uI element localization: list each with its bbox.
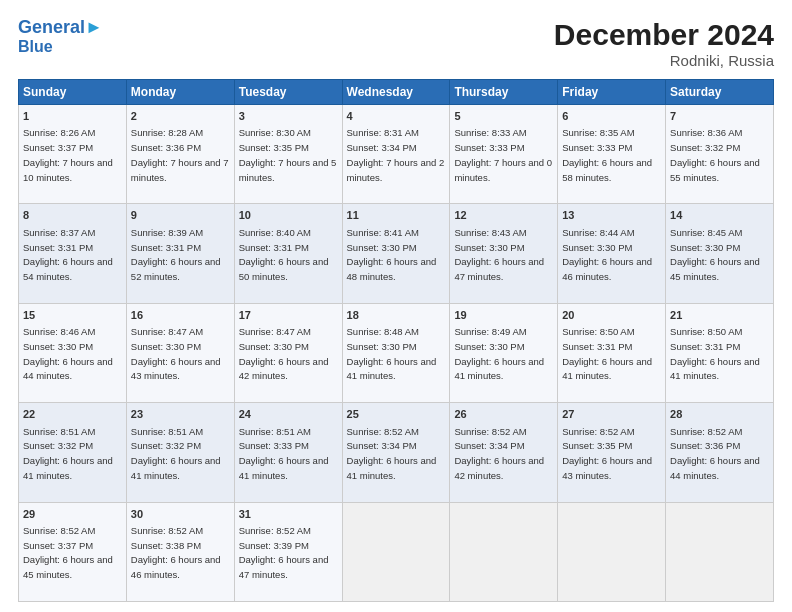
col-header-tuesday: Tuesday bbox=[234, 80, 342, 105]
day-detail: Sunrise: 8:28 AMSunset: 3:36 PMDaylight:… bbox=[131, 127, 229, 182]
calendar-subtitle: Rodniki, Russia bbox=[554, 52, 774, 69]
day-number: 30 bbox=[131, 507, 230, 522]
day-number: 6 bbox=[562, 109, 661, 124]
calendar-cell bbox=[342, 502, 450, 601]
calendar-cell: 8Sunrise: 8:37 AMSunset: 3:31 PMDaylight… bbox=[19, 204, 127, 303]
calendar-table: SundayMondayTuesdayWednesdayThursdayFrid… bbox=[18, 79, 774, 602]
col-header-saturday: Saturday bbox=[666, 80, 774, 105]
calendar-cell: 3Sunrise: 8:30 AMSunset: 3:35 PMDaylight… bbox=[234, 105, 342, 204]
day-number: 26 bbox=[454, 407, 553, 422]
calendar-cell: 29Sunrise: 8:52 AMSunset: 3:37 PMDayligh… bbox=[19, 502, 127, 601]
calendar-cell bbox=[666, 502, 774, 601]
day-detail: Sunrise: 8:45 AMSunset: 3:30 PMDaylight:… bbox=[670, 227, 760, 282]
calendar-cell: 1Sunrise: 8:26 AMSunset: 3:37 PMDaylight… bbox=[19, 105, 127, 204]
day-detail: Sunrise: 8:46 AMSunset: 3:30 PMDaylight:… bbox=[23, 326, 113, 381]
calendar-cell: 31Sunrise: 8:52 AMSunset: 3:39 PMDayligh… bbox=[234, 502, 342, 601]
day-detail: Sunrise: 8:43 AMSunset: 3:30 PMDaylight:… bbox=[454, 227, 544, 282]
day-number: 17 bbox=[239, 308, 338, 323]
calendar-cell: 28Sunrise: 8:52 AMSunset: 3:36 PMDayligh… bbox=[666, 403, 774, 502]
day-number: 8 bbox=[23, 208, 122, 223]
day-number: 15 bbox=[23, 308, 122, 323]
day-detail: Sunrise: 8:51 AMSunset: 3:33 PMDaylight:… bbox=[239, 426, 329, 481]
calendar-cell: 20Sunrise: 8:50 AMSunset: 3:31 PMDayligh… bbox=[558, 303, 666, 402]
calendar-cell: 18Sunrise: 8:48 AMSunset: 3:30 PMDayligh… bbox=[342, 303, 450, 402]
day-number: 5 bbox=[454, 109, 553, 124]
day-number: 22 bbox=[23, 407, 122, 422]
day-number: 11 bbox=[347, 208, 446, 223]
calendar-cell: 26Sunrise: 8:52 AMSunset: 3:34 PMDayligh… bbox=[450, 403, 558, 502]
calendar-title: December 2024 bbox=[554, 18, 774, 52]
day-number: 18 bbox=[347, 308, 446, 323]
calendar-cell: 19Sunrise: 8:49 AMSunset: 3:30 PMDayligh… bbox=[450, 303, 558, 402]
calendar-cell bbox=[450, 502, 558, 601]
calendar-cell: 10Sunrise: 8:40 AMSunset: 3:31 PMDayligh… bbox=[234, 204, 342, 303]
day-detail: Sunrise: 8:30 AMSunset: 3:35 PMDaylight:… bbox=[239, 127, 337, 182]
day-number: 31 bbox=[239, 507, 338, 522]
day-detail: Sunrise: 8:51 AMSunset: 3:32 PMDaylight:… bbox=[131, 426, 221, 481]
day-number: 16 bbox=[131, 308, 230, 323]
day-detail: Sunrise: 8:52 AMSunset: 3:34 PMDaylight:… bbox=[454, 426, 544, 481]
day-detail: Sunrise: 8:52 AMSunset: 3:37 PMDaylight:… bbox=[23, 525, 113, 580]
logo-subtext: Blue bbox=[18, 38, 53, 56]
col-header-thursday: Thursday bbox=[450, 80, 558, 105]
calendar-cell: 27Sunrise: 8:52 AMSunset: 3:35 PMDayligh… bbox=[558, 403, 666, 502]
day-number: 25 bbox=[347, 407, 446, 422]
day-number: 20 bbox=[562, 308, 661, 323]
day-detail: Sunrise: 8:41 AMSunset: 3:30 PMDaylight:… bbox=[347, 227, 437, 282]
day-detail: Sunrise: 8:47 AMSunset: 3:30 PMDaylight:… bbox=[239, 326, 329, 381]
day-number: 12 bbox=[454, 208, 553, 223]
day-detail: Sunrise: 8:26 AMSunset: 3:37 PMDaylight:… bbox=[23, 127, 113, 182]
calendar-cell: 12Sunrise: 8:43 AMSunset: 3:30 PMDayligh… bbox=[450, 204, 558, 303]
day-detail: Sunrise: 8:52 AMSunset: 3:38 PMDaylight:… bbox=[131, 525, 221, 580]
calendar-cell: 14Sunrise: 8:45 AMSunset: 3:30 PMDayligh… bbox=[666, 204, 774, 303]
day-detail: Sunrise: 8:40 AMSunset: 3:31 PMDaylight:… bbox=[239, 227, 329, 282]
day-detail: Sunrise: 8:52 AMSunset: 3:34 PMDaylight:… bbox=[347, 426, 437, 481]
calendar-cell: 2Sunrise: 8:28 AMSunset: 3:36 PMDaylight… bbox=[126, 105, 234, 204]
day-number: 7 bbox=[670, 109, 769, 124]
calendar-cell bbox=[558, 502, 666, 601]
calendar-cell: 6Sunrise: 8:35 AMSunset: 3:33 PMDaylight… bbox=[558, 105, 666, 204]
calendar-cell: 7Sunrise: 8:36 AMSunset: 3:32 PMDaylight… bbox=[666, 105, 774, 204]
day-detail: Sunrise: 8:37 AMSunset: 3:31 PMDaylight:… bbox=[23, 227, 113, 282]
day-detail: Sunrise: 8:52 AMSunset: 3:39 PMDaylight:… bbox=[239, 525, 329, 580]
calendar-cell: 25Sunrise: 8:52 AMSunset: 3:34 PMDayligh… bbox=[342, 403, 450, 502]
day-number: 21 bbox=[670, 308, 769, 323]
day-detail: Sunrise: 8:47 AMSunset: 3:30 PMDaylight:… bbox=[131, 326, 221, 381]
logo-text: General► bbox=[18, 18, 103, 38]
day-number: 3 bbox=[239, 109, 338, 124]
header: General► Blue December 2024 Rodniki, Rus… bbox=[18, 18, 774, 69]
day-detail: Sunrise: 8:52 AMSunset: 3:36 PMDaylight:… bbox=[670, 426, 760, 481]
page: General► Blue December 2024 Rodniki, Rus… bbox=[0, 0, 792, 612]
calendar-cell: 15Sunrise: 8:46 AMSunset: 3:30 PMDayligh… bbox=[19, 303, 127, 402]
calendar-cell: 5Sunrise: 8:33 AMSunset: 3:33 PMDaylight… bbox=[450, 105, 558, 204]
day-detail: Sunrise: 8:50 AMSunset: 3:31 PMDaylight:… bbox=[670, 326, 760, 381]
day-detail: Sunrise: 8:52 AMSunset: 3:35 PMDaylight:… bbox=[562, 426, 652, 481]
calendar-cell: 4Sunrise: 8:31 AMSunset: 3:34 PMDaylight… bbox=[342, 105, 450, 204]
day-detail: Sunrise: 8:36 AMSunset: 3:32 PMDaylight:… bbox=[670, 127, 760, 182]
calendar-cell: 23Sunrise: 8:51 AMSunset: 3:32 PMDayligh… bbox=[126, 403, 234, 502]
day-number: 2 bbox=[131, 109, 230, 124]
calendar-cell: 17Sunrise: 8:47 AMSunset: 3:30 PMDayligh… bbox=[234, 303, 342, 402]
calendar-cell: 21Sunrise: 8:50 AMSunset: 3:31 PMDayligh… bbox=[666, 303, 774, 402]
day-number: 23 bbox=[131, 407, 230, 422]
day-detail: Sunrise: 8:48 AMSunset: 3:30 PMDaylight:… bbox=[347, 326, 437, 381]
logo: General► Blue bbox=[18, 18, 103, 55]
col-header-sunday: Sunday bbox=[19, 80, 127, 105]
day-number: 10 bbox=[239, 208, 338, 223]
day-number: 27 bbox=[562, 407, 661, 422]
col-header-wednesday: Wednesday bbox=[342, 80, 450, 105]
day-detail: Sunrise: 8:39 AMSunset: 3:31 PMDaylight:… bbox=[131, 227, 221, 282]
calendar-cell: 13Sunrise: 8:44 AMSunset: 3:30 PMDayligh… bbox=[558, 204, 666, 303]
col-header-monday: Monday bbox=[126, 80, 234, 105]
day-detail: Sunrise: 8:51 AMSunset: 3:32 PMDaylight:… bbox=[23, 426, 113, 481]
col-header-friday: Friday bbox=[558, 80, 666, 105]
day-number: 29 bbox=[23, 507, 122, 522]
day-number: 13 bbox=[562, 208, 661, 223]
day-number: 9 bbox=[131, 208, 230, 223]
day-detail: Sunrise: 8:33 AMSunset: 3:33 PMDaylight:… bbox=[454, 127, 552, 182]
day-number: 19 bbox=[454, 308, 553, 323]
day-detail: Sunrise: 8:31 AMSunset: 3:34 PMDaylight:… bbox=[347, 127, 445, 182]
calendar-cell: 30Sunrise: 8:52 AMSunset: 3:38 PMDayligh… bbox=[126, 502, 234, 601]
day-detail: Sunrise: 8:49 AMSunset: 3:30 PMDaylight:… bbox=[454, 326, 544, 381]
day-number: 14 bbox=[670, 208, 769, 223]
